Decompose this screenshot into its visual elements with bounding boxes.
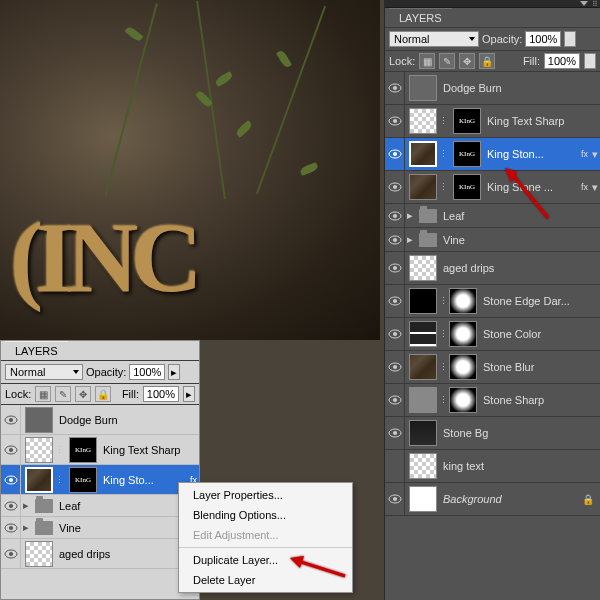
layer-group-row[interactable]: ▸ Vine [1,517,199,539]
mask-thumbnail[interactable] [449,321,477,347]
visibility-toggle[interactable] [385,228,405,252]
menu-blending-options[interactable]: Blending Options... [179,505,352,525]
layer-row[interactable]: Dodge Burn [385,72,600,105]
layer-thumbnail[interactable] [409,288,437,314]
link-icon[interactable]: ⋮ [439,141,447,167]
lock-all-icon[interactable]: 🔒 [479,53,495,69]
visibility-toggle[interactable] [385,417,405,450]
layer-thumbnail[interactable] [25,541,53,567]
layer-row[interactable]: ⋮ KInG King Stone ... fx ▾ [385,171,600,204]
visibility-toggle[interactable] [385,285,405,318]
layer-thumbnail[interactable] [409,354,437,380]
lock-transparency-icon[interactable]: ▦ [35,386,51,402]
layer-name[interactable]: Dodge Burn [59,414,199,426]
visibility-toggle[interactable] [1,405,21,436]
visibility-toggle[interactable] [385,252,405,285]
layer-row[interactable]: ⋮ KInG King Text Sharp [385,105,600,138]
layer-name[interactable]: King Text Sharp [103,444,199,456]
fill-flyout-icon[interactable]: ▸ [183,386,195,402]
layer-thumbnail[interactable] [409,420,437,446]
link-icon[interactable]: ⋮ [439,108,447,134]
link-icon[interactable]: ⋮ [55,437,63,463]
visibility-toggle[interactable] [385,483,405,516]
layer-row[interactable]: ⋮ KInG King Text Sharp [1,435,199,465]
layer-group-row[interactable]: ▸ Leaf [385,204,600,228]
layer-thumbnail[interactable] [25,437,53,463]
visibility-toggle[interactable] [385,171,405,204]
layer-thumbnail[interactable] [25,407,53,433]
mask-thumbnail[interactable] [449,288,477,314]
layer-thumbnail[interactable] [409,255,437,281]
layer-group-row[interactable]: ▸ Vine [385,228,600,252]
link-icon[interactable]: ⋮ [55,467,63,493]
lock-position-icon[interactable]: ✥ [75,386,91,402]
mask-thumbnail[interactable] [449,354,477,380]
layer-thumbnail[interactable] [25,467,53,493]
fill-flyout-icon[interactable]: ▸ [584,53,596,69]
group-expand-icon[interactable]: ▸ [21,499,31,512]
visibility-toggle[interactable] [1,517,21,539]
mask-thumbnail[interactable]: KInG [453,174,481,200]
layer-thumbnail[interactable] [409,108,437,134]
layer-name[interactable]: aged drips [443,262,600,274]
tab-layers[interactable]: LAYERS [5,341,68,360]
visibility-toggle[interactable] [385,105,405,138]
layer-row[interactable]: Background 🔒 [385,483,600,516]
layer-group-row[interactable]: ▸ Leaf [1,495,199,517]
group-expand-icon[interactable]: ▸ [405,233,415,246]
fx-expand-icon[interactable]: ▾ [590,181,600,194]
group-expand-icon[interactable]: ▸ [21,521,31,534]
layer-name[interactable]: Vine [443,234,600,246]
blend-mode-dropdown[interactable]: Normal [389,31,479,47]
layer-row[interactable]: Stone Bg [385,417,600,450]
visibility-toggle[interactable] [385,318,405,351]
fill-input[interactable]: 100% [544,53,580,69]
visibility-toggle[interactable] [1,463,21,496]
fill-input[interactable]: 100% [143,386,179,402]
layer-thumbnail[interactable] [409,387,437,413]
layer-name[interactable]: Stone Sharp [483,394,600,406]
lock-pixels-icon[interactable]: ✎ [439,53,455,69]
visibility-toggle[interactable] [385,450,405,483]
layer-name[interactable]: Dodge Burn [443,82,600,94]
layer-name[interactable]: king text [443,460,600,472]
layer-name[interactable]: Stone Edge Dar... [483,295,600,307]
layer-row[interactable]: Dodge Burn [1,405,199,435]
layer-thumbnail[interactable] [409,75,437,101]
tab-layers[interactable]: LAYERS [389,8,452,27]
visibility-toggle[interactable] [385,204,405,228]
fx-expand-icon[interactable]: ▾ [590,148,600,161]
visibility-toggle[interactable] [385,384,405,417]
visibility-toggle[interactable] [1,433,21,466]
lock-all-icon[interactable]: 🔒 [95,386,111,402]
layer-name[interactable]: Stone Bg [443,427,600,439]
fx-badge[interactable]: fx [581,149,588,159]
mask-thumbnail[interactable]: KInG [69,437,97,463]
link-icon[interactable]: ⋮ [439,354,447,380]
visibility-toggle[interactable] [385,72,405,105]
lock-position-icon[interactable]: ✥ [459,53,475,69]
blend-mode-dropdown[interactable]: Normal [5,364,83,380]
visibility-toggle[interactable] [385,351,405,384]
opacity-flyout-icon[interactable]: ▸ [168,364,180,380]
layer-name[interactable]: King Ston... [487,148,581,160]
visibility-toggle[interactable] [1,537,21,569]
layer-row[interactable]: ⋮ Stone Color [385,318,600,351]
link-icon[interactable]: ⋮ [439,288,447,314]
link-icon[interactable]: ⋮ [439,321,447,347]
layer-thumbnail[interactable] [409,174,437,200]
link-icon[interactable]: ⋮ [439,387,447,413]
layer-thumbnail[interactable] [409,141,437,167]
lock-pixels-icon[interactable]: ✎ [55,386,71,402]
layer-row[interactable]: ⋮ Stone Edge Dar... [385,285,600,318]
layer-row[interactable]: aged drips [385,252,600,285]
layer-name[interactable]: Background [443,493,582,505]
layer-name[interactable]: Stone Blur [483,361,600,373]
visibility-toggle[interactable] [385,138,405,171]
layer-thumbnail[interactable] [409,321,437,347]
mask-thumbnail[interactable]: KInG [453,108,481,134]
lock-transparency-icon[interactable]: ▦ [419,53,435,69]
collapse-triangle-icon[interactable] [580,1,588,6]
visibility-toggle[interactable] [1,495,21,517]
layer-thumbnail[interactable] [409,486,437,512]
